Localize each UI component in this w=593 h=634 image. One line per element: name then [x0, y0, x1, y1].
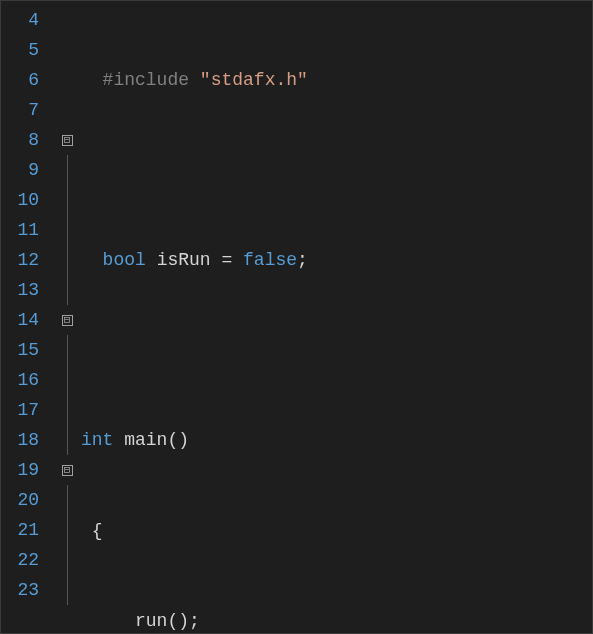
- line-number: 15: [9, 335, 39, 365]
- keyword-token: false: [243, 250, 297, 270]
- line-number-gutter: 4 5 6 7 8 9 10 11 12 13 14 15 16 17 18 1…: [1, 1, 57, 633]
- identifier-token: isRun: [157, 250, 211, 270]
- brace-token: {: [92, 521, 103, 541]
- code-area[interactable]: #include "stdafx.h" bool isRun = false; …: [77, 1, 448, 633]
- line-number: 4: [9, 5, 39, 35]
- string-token: "stdafx.h": [200, 70, 308, 90]
- punct-token: ;: [189, 611, 200, 631]
- code-line[interactable]: #include "stdafx.h": [81, 65, 448, 95]
- line-number: 14: [9, 305, 39, 335]
- function-token: main: [124, 430, 167, 450]
- operator-token: =: [211, 250, 243, 270]
- fold-toggle-icon[interactable]: ⊟: [62, 135, 73, 146]
- keyword-token: bool: [103, 250, 146, 270]
- line-number: 5: [9, 35, 39, 65]
- punct-token: ;: [297, 250, 308, 270]
- punct-token: (): [167, 430, 189, 450]
- code-line[interactable]: run();: [81, 606, 448, 634]
- line-number: 22: [9, 545, 39, 575]
- line-number: 13: [9, 275, 39, 305]
- line-number: 19: [9, 455, 39, 485]
- line-number: 6: [9, 65, 39, 95]
- line-number: 17: [9, 395, 39, 425]
- line-number: 9: [9, 155, 39, 185]
- punct-token: (): [167, 611, 189, 631]
- line-number: 23: [9, 575, 39, 605]
- line-number: 11: [9, 215, 39, 245]
- directive-token: #include: [103, 70, 189, 90]
- code-line[interactable]: {: [81, 516, 448, 546]
- code-editor[interactable]: 4 5 6 7 8 9 10 11 12 13 14 15 16 17 18 1…: [1, 1, 592, 633]
- code-line[interactable]: bool isRun = false;: [81, 245, 448, 275]
- line-number: 18: [9, 425, 39, 455]
- line-number: 10: [9, 185, 39, 215]
- line-number: 7: [9, 95, 39, 125]
- line-number: 16: [9, 365, 39, 395]
- line-number: 21: [9, 515, 39, 545]
- fold-toggle-icon[interactable]: ⊟: [62, 465, 73, 476]
- fold-gutter: ⊟ ⊟ ⊟: [57, 1, 77, 633]
- code-line[interactable]: int main(): [81, 425, 448, 455]
- code-line[interactable]: [81, 155, 448, 185]
- line-number: 20: [9, 485, 39, 515]
- keyword-token: int: [81, 430, 113, 450]
- code-line[interactable]: [81, 335, 448, 365]
- fold-toggle-icon[interactable]: ⊟: [62, 315, 73, 326]
- line-number: 8: [9, 125, 39, 155]
- function-token: run: [135, 611, 167, 631]
- line-number: 12: [9, 245, 39, 275]
